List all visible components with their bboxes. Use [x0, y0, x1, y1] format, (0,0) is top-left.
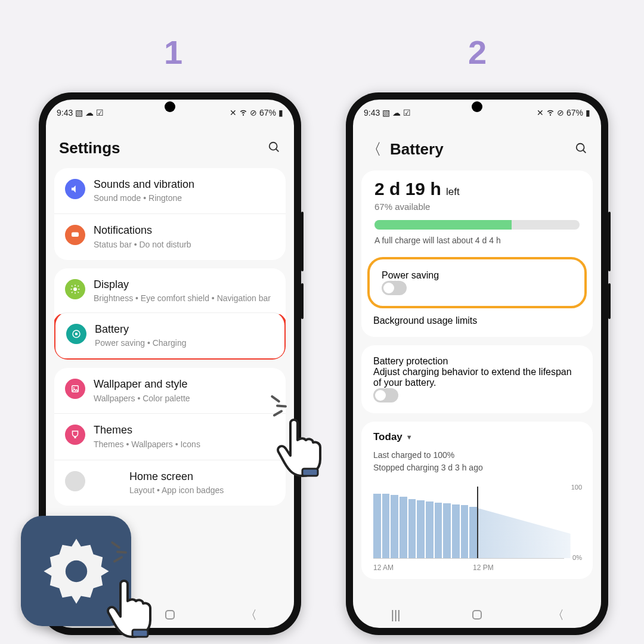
battery-progress-fill — [374, 220, 512, 230]
svg-point-0 — [270, 142, 277, 150]
status-battery-text: 67% — [566, 108, 583, 117]
row-title: Wallpaper and style — [94, 377, 275, 391]
row-sub: Adjust charging behavior to extend the l… — [373, 367, 574, 388]
svg-point-15 — [73, 388, 75, 389]
screen-battery: 9:43 ▧ ☁ ☑ ✕ ⊘ 67% ▮ 〈 Battery — [353, 100, 601, 628]
battery-time-left: 2 d 19 h left — [374, 179, 580, 199]
today-dropdown[interactable]: Today ▼ — [361, 422, 593, 447]
status-battery-icon: ▮ — [278, 108, 283, 117]
row-title: Background usage limits — [373, 315, 581, 326]
search-icon[interactable] — [575, 142, 588, 157]
stopped-charging-text: Stopped charging 3 d 3 h ago — [373, 462, 581, 474]
row-sub: Layout • App icon badges — [94, 485, 275, 496]
svg-rect-18 — [302, 469, 318, 476]
row-sub: Themes • Wallpapers • Icons — [94, 439, 275, 450]
status-image-icon: ▧ — [75, 108, 83, 117]
row-title: Sounds and vibration — [94, 178, 275, 191]
row-title: Themes — [94, 423, 275, 437]
status-battery-icon: ▮ — [586, 108, 590, 117]
android-navbar: ||| 〈 — [353, 602, 601, 628]
svg-point-20 — [65, 560, 86, 581]
row-bg-limits[interactable]: Background usage limits — [361, 311, 593, 337]
status-wifi-icon — [239, 108, 247, 118]
row-title: Home screen — [94, 470, 275, 484]
sound-icon — [65, 179, 85, 199]
status-check-icon: ☑ — [403, 108, 411, 117]
front-camera — [165, 101, 175, 112]
step-label-1: 1 — [164, 33, 182, 72]
chart-y-top: 100 — [571, 484, 582, 491]
battery-summary-card: 2 d 19 h left 67% available A full charg… — [361, 171, 593, 337]
status-image-icon: ▧ — [382, 108, 390, 117]
row-sounds[interactable]: Sounds and vibration Sound mode • Ringto… — [54, 168, 286, 213]
battery-protection-card: Battery protection Adjust charging behav… — [361, 345, 593, 413]
status-time: 9:43 — [364, 108, 380, 117]
svg-rect-2 — [72, 233, 79, 237]
row-title: Battery — [95, 323, 274, 336]
chart-now-line — [477, 487, 478, 558]
themes-icon — [65, 425, 85, 445]
nav-back-icon[interactable]: 〈 — [549, 607, 567, 623]
chart-bars — [373, 494, 477, 558]
row-sub: Sound mode • Ringtone — [94, 193, 275, 204]
row-battery-protection[interactable]: Battery protection Adjust charging behav… — [361, 345, 593, 413]
today-label: Today — [373, 431, 402, 443]
status-cloud-icon: ☁ — [85, 108, 94, 117]
tap-spark-icon — [264, 397, 288, 420]
status-time: 9:43 — [57, 108, 73, 117]
display-icon — [65, 279, 85, 299]
notification-icon — [65, 225, 85, 245]
row-themes[interactable]: Themes Themes • Wallpapers • Icons — [54, 413, 286, 459]
status-check-icon: ☑ — [96, 108, 104, 117]
tap-spark-icon — [104, 543, 128, 566]
battery-full-estimate: A full charge will last about 4 d 4 h — [374, 236, 580, 245]
svg-line-10 — [72, 292, 73, 293]
power-saving-highlight: Power saving — [367, 257, 587, 308]
battery-header: 〈 Battery — [353, 121, 601, 171]
row-wallpaper[interactable]: Wallpaper and style Wallpapers • Color p… — [54, 368, 286, 413]
settings-group-3: Wallpaper and style Wallpapers • Color p… — [54, 368, 286, 506]
back-icon[interactable]: 〈 — [366, 139, 382, 160]
battery-protection-switch[interactable] — [373, 388, 398, 402]
row-title: Battery protection — [373, 356, 574, 367]
home-icon — [65, 471, 85, 491]
status-cloud-icon: ☁ — [392, 108, 401, 117]
row-homescreen[interactable]: Home screen Layout • App icon badges — [54, 460, 286, 506]
nav-home-icon[interactable] — [472, 610, 482, 620]
status-nodata-icon: ⊘ — [250, 108, 257, 117]
page-title: Battery — [390, 140, 444, 159]
settings-app-icon[interactable] — [21, 516, 131, 626]
row-sub: Brightness • Eye comfort shield • Naviga… — [94, 293, 275, 304]
svg-line-11 — [78, 286, 79, 287]
row-title: Notifications — [94, 224, 275, 237]
status-wifi-icon — [546, 108, 555, 118]
chart-x-left: 12 AM — [373, 564, 394, 572]
svg-line-1 — [276, 148, 279, 151]
row-notifications[interactable]: Notifications Status bar • Do not distur… — [54, 213, 286, 259]
status-mute-icon: ✕ — [230, 108, 237, 117]
chart-y-bottom: 0% — [572, 554, 582, 561]
nav-back-icon[interactable]: 〈 — [242, 607, 260, 623]
battery-icon — [66, 324, 86, 344]
nav-home-icon[interactable] — [165, 610, 175, 620]
svg-point-16 — [577, 143, 584, 151]
row-title: Display — [94, 278, 275, 292]
nav-recent-icon[interactable]: ||| — [387, 608, 405, 622]
settings-group-2: Display Brightness • Eye comfort shield … — [54, 268, 286, 360]
row-display[interactable]: Display Brightness • Eye comfort shield … — [54, 268, 286, 314]
search-icon[interactable] — [268, 141, 281, 156]
battery-usage-chart[interactable]: 100 0% 12 AM 12 PM — [373, 484, 581, 573]
phone-frame-2: 9:43 ▧ ☁ ☑ ✕ ⊘ 67% ▮ 〈 Battery — [346, 92, 608, 635]
status-mute-icon: ✕ — [537, 108, 544, 117]
step-label-2: 2 — [468, 33, 487, 72]
svg-line-17 — [583, 150, 586, 153]
last-charged-text: Last charged to 100% — [373, 449, 581, 462]
power-saving-switch[interactable] — [382, 281, 407, 295]
page-title: Settings — [59, 139, 120, 157]
row-power-saving[interactable]: Power saving — [370, 259, 584, 306]
battery-progress — [374, 220, 580, 230]
svg-point-13 — [75, 333, 78, 336]
svg-point-3 — [73, 287, 77, 291]
row-battery-highlighted[interactable]: Battery Power saving • Charging — [54, 312, 286, 360]
row-title: Power saving — [382, 270, 572, 281]
